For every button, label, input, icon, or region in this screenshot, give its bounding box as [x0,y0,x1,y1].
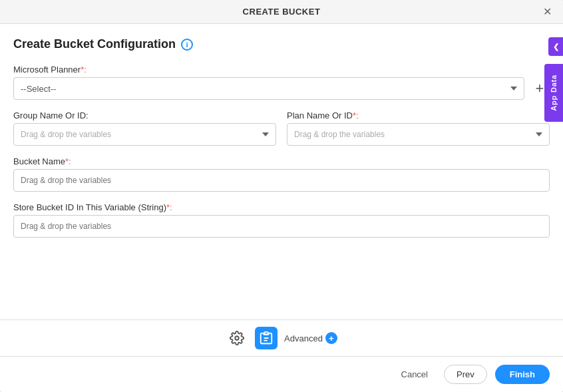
bottom-toolbar: Advanced + [0,319,563,356]
two-col-row: Group Name Or ID: Drag & drop the variab… [13,110,550,146]
plan-name-label: Plan Name Or ID*: [287,110,550,120]
modal-content: Create Bucket Configuration i Microsoft … [0,24,563,319]
plan-name-select[interactable]: Drag & drop the variables [287,123,550,146]
gear-button[interactable] [226,327,248,349]
microsoft-planner-row: --Select-- + [13,77,550,100]
microsoft-planner-label: Microsoft Planner*: [13,65,550,75]
advanced-button[interactable]: Advanced + [284,332,337,344]
advanced-label: Advanced [284,333,323,343]
close-button[interactable]: ✕ [539,4,555,20]
task-button[interactable] [255,327,278,349]
store-bucket-input[interactable] [13,215,550,238]
page-title: Create Bucket Configuration [13,37,176,51]
clipboard-icon [259,331,274,345]
modal-footer: Cancel Prev Finish [0,356,563,392]
modal-dialog: CREATE BUCKET ✕ Create Bucket Configurat… [0,0,563,392]
cancel-button[interactable]: Cancel [393,365,436,383]
title-bar: CREATE BUCKET ✕ [0,0,563,24]
advanced-plus-icon: + [325,332,337,344]
microsoft-planner-select[interactable]: --Select-- [13,77,524,100]
info-icon[interactable]: i [181,39,193,51]
group-name-select[interactable]: Drag & drop the variables [13,123,276,146]
page-heading-row: Create Bucket Configuration i [13,37,550,51]
app-data-tab-button[interactable]: App Data [544,64,563,122]
toolbar-icons-row: Advanced + [13,327,550,349]
finish-button[interactable]: Finish [495,365,550,384]
plan-name-group: Plan Name Or ID*: Drag & drop the variab… [287,110,550,146]
app-data-sidebar: ❮ App Data [542,24,563,356]
modal-title: CREATE BUCKET [243,7,321,17]
app-data-label: App Data [550,75,558,111]
app-data-chevron-button[interactable]: ❮ [548,37,563,56]
gear-icon [230,331,244,345]
group-name-label: Group Name Or ID: [13,110,276,120]
svg-point-0 [235,336,239,340]
store-bucket-group: Store Bucket ID In This Variable (String… [13,202,550,238]
microsoft-planner-group: Microsoft Planner*: --Select-- + [13,65,550,100]
store-bucket-label: Store Bucket ID In This Variable (String… [13,202,550,212]
group-name-group: Group Name Or ID: Drag & drop the variab… [13,110,276,146]
prev-button[interactable]: Prev [444,365,487,384]
bucket-name-label: Bucket Name*: [13,156,550,166]
bucket-name-input[interactable] [13,169,550,192]
bucket-name-group: Bucket Name*: [13,156,550,192]
